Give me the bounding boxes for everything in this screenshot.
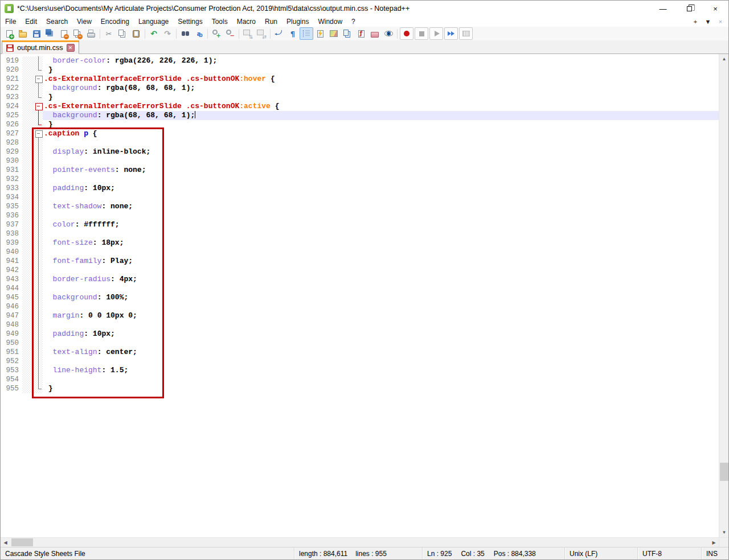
code-text[interactable] xyxy=(43,229,719,238)
show-all-characters-button[interactable] xyxy=(286,27,300,40)
menu-item-plugins[interactable]: Plugins xyxy=(282,17,313,27)
menu-item-run[interactable]: Run xyxy=(260,17,282,27)
save-all-button[interactable] xyxy=(43,27,57,40)
code-text[interactable]: font-family: Play; xyxy=(43,257,719,266)
macro-play-button[interactable] xyxy=(429,27,443,40)
code-text[interactable]: border-radius: 4px; xyxy=(43,275,719,284)
code-text[interactable] xyxy=(43,375,719,384)
code-text[interactable] xyxy=(43,193,719,202)
menu-item-macro[interactable]: Macro xyxy=(232,17,260,27)
code-text[interactable] xyxy=(43,211,719,220)
line-number[interactable]: 950 xyxy=(1,339,22,348)
line-number[interactable]: 942 xyxy=(1,266,22,275)
code-text[interactable]: font-size: 18px; xyxy=(43,238,719,248)
replace-button[interactable] xyxy=(192,27,206,40)
scroll-up-button[interactable]: ▲ xyxy=(719,54,729,64)
close-button[interactable]: × xyxy=(702,1,728,17)
line-number[interactable]: 924 xyxy=(1,102,22,111)
code-text[interactable]: display: inline-block; xyxy=(43,147,719,157)
function-list-button[interactable] xyxy=(354,27,368,40)
menu-item-encoding[interactable]: Encoding xyxy=(96,17,134,27)
code-text[interactable]: color: #ffffff; xyxy=(43,220,719,229)
workspace-folder-button[interactable] xyxy=(368,27,382,40)
scroll-down-button[interactable]: ▼ xyxy=(719,528,729,537)
copy-button[interactable] xyxy=(116,27,129,40)
code-text[interactable]: } xyxy=(43,384,719,393)
word-wrap-button[interactable] xyxy=(272,27,286,40)
scroll-right-button[interactable]: ▶ xyxy=(709,538,719,547)
indent-guide-button[interactable] xyxy=(300,27,313,40)
menu-item-search[interactable]: Search xyxy=(42,17,72,27)
menu-item-file[interactable]: File xyxy=(1,17,21,27)
code-text[interactable]: background: rgba(68, 68, 68, 1); xyxy=(43,84,719,93)
tab-output-min-css[interactable]: output.min.css ✕ xyxy=(2,40,79,54)
code-text[interactable]: background: rgba(68, 68, 68, 1); xyxy=(43,111,719,120)
redo-button[interactable] xyxy=(161,27,174,40)
line-number[interactable]: 944 xyxy=(1,284,22,293)
line-number[interactable]: 948 xyxy=(1,320,22,330)
scroll-left-button[interactable]: ◀ xyxy=(1,538,10,547)
print-button[interactable] xyxy=(84,27,98,40)
line-number[interactable]: 922 xyxy=(1,84,22,93)
text-editor[interactable]: 919 border-color: rgba(226, 226, 226, 1)… xyxy=(1,54,719,537)
lightning-button[interactable] xyxy=(313,27,327,40)
menu-item-view[interactable]: View xyxy=(72,17,96,27)
line-number[interactable]: 938 xyxy=(1,229,22,238)
sync-vertical-button[interactable] xyxy=(241,27,255,40)
line-number[interactable]: 953 xyxy=(1,366,22,375)
code-text[interactable] xyxy=(43,266,719,275)
line-number[interactable]: 947 xyxy=(1,311,22,320)
line-number[interactable]: 954 xyxy=(1,375,22,384)
code-text[interactable]: } xyxy=(43,120,719,129)
macro-record-button[interactable] xyxy=(400,27,413,40)
line-number[interactable]: 932 xyxy=(1,175,22,184)
sync-horizontal-button[interactable] xyxy=(255,27,268,40)
code-text[interactable]: } xyxy=(43,93,719,102)
horizontal-scroll-thumb[interactable] xyxy=(11,538,33,546)
menu-item-edit[interactable]: Edit xyxy=(21,17,42,27)
macro-stop-button[interactable] xyxy=(415,27,428,40)
line-number[interactable]: 930 xyxy=(1,157,22,166)
line-number[interactable]: 921 xyxy=(1,75,22,84)
fold-collapse-marker[interactable] xyxy=(22,129,43,138)
horizontal-scrollbar[interactable]: ◀ ▶ xyxy=(1,538,719,547)
line-number[interactable]: 949 xyxy=(1,330,22,339)
code-text[interactable]: background: 100%; xyxy=(43,293,719,302)
code-text[interactable] xyxy=(43,320,719,330)
line-number[interactable]: 955 xyxy=(1,384,22,393)
menu-item-help[interactable]: ? xyxy=(347,17,360,27)
new-file-button[interactable] xyxy=(2,27,16,40)
line-number[interactable]: 951 xyxy=(1,348,22,357)
macro-save-button[interactable] xyxy=(459,27,473,40)
document-map-button[interactable] xyxy=(327,27,341,40)
line-number[interactable]: 946 xyxy=(1,302,22,311)
monitoring-eye-button[interactable] xyxy=(382,27,395,40)
fold-collapse-marker[interactable] xyxy=(22,75,43,84)
line-number[interactable]: 937 xyxy=(1,220,22,229)
code-text[interactable]: .cs-ExternalInterfaceErrorSlide .cs-butt… xyxy=(43,75,719,84)
vertical-scroll-thumb[interactable] xyxy=(720,463,728,481)
restore-button[interactable] xyxy=(676,1,702,17)
line-number[interactable]: 925 xyxy=(1,111,22,120)
line-number[interactable]: 936 xyxy=(1,211,22,220)
new-tab-button[interactable]: + xyxy=(691,18,700,25)
line-number[interactable]: 933 xyxy=(1,184,22,193)
document-list-button[interactable] xyxy=(341,27,354,40)
line-number[interactable]: 928 xyxy=(1,138,22,147)
line-number[interactable]: 952 xyxy=(1,357,22,366)
fold-collapse-marker[interactable] xyxy=(22,102,43,111)
line-number[interactable]: 934 xyxy=(1,193,22,202)
code-text[interactable]: line-height: 1.5; xyxy=(43,366,719,375)
line-number[interactable]: 939 xyxy=(1,238,22,248)
code-text[interactable]: .cs-ExternalInterfaceErrorSlide .cs-butt… xyxy=(43,102,719,111)
line-number[interactable]: 920 xyxy=(1,65,22,75)
minimize-button[interactable]: — xyxy=(650,1,676,17)
menu-item-tools[interactable]: Tools xyxy=(207,17,232,27)
tab-close-icon[interactable]: ✕ xyxy=(67,44,75,52)
line-number[interactable]: 929 xyxy=(1,147,22,157)
code-text[interactable]: padding: 10px; xyxy=(43,184,719,193)
vertical-scrollbar[interactable]: ▲ ▼ xyxy=(719,54,728,537)
code-text[interactable]: pointer-events: none; xyxy=(43,166,719,175)
save-button[interactable] xyxy=(30,27,43,40)
line-number[interactable]: 940 xyxy=(1,248,22,257)
